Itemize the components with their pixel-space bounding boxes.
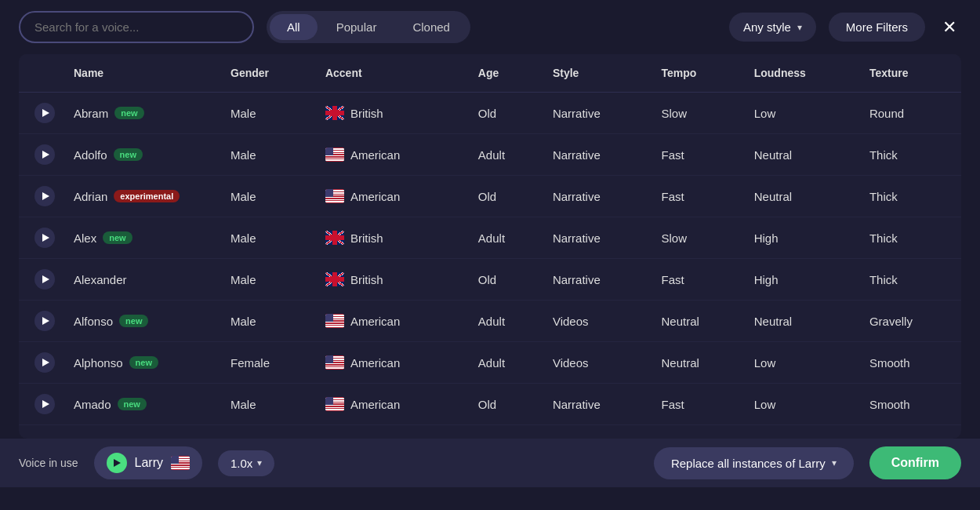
voice-name-text: Adolfo <box>74 148 107 162</box>
name-cell: Alexnew <box>64 217 221 259</box>
texture-cell: Thick <box>860 259 961 301</box>
accent-cell: British <box>316 93 469 134</box>
gender-cell: Male <box>221 301 316 342</box>
tempo-cell: Fast <box>652 134 745 176</box>
voice-name-text: Alfonso <box>74 315 113 328</box>
age-cell: Old <box>469 259 543 301</box>
texture-cell: Thick <box>860 134 961 176</box>
texture-cell: Smooth <box>860 384 961 425</box>
tab-all[interactable]: All <box>270 14 318 40</box>
style-cell: Narrative <box>543 93 652 134</box>
style-cell: Videos <box>543 301 652 342</box>
flag-icon <box>325 231 344 245</box>
flag-icon <box>325 106 344 120</box>
loudness-cell: Neutral <box>745 301 860 342</box>
voice-play-button[interactable] <box>107 453 127 473</box>
tempo-cell: Fast <box>652 259 745 301</box>
gender-cell: Male <box>221 259 316 301</box>
voice-name-text: Alexander <box>74 273 127 286</box>
col-style: Style <box>543 54 652 93</box>
accent-text: British <box>350 107 383 120</box>
tab-cloned[interactable]: Cloned <box>395 14 467 40</box>
play-cell <box>19 301 64 342</box>
table-row: AbramnewMaleBritishOldNarrativeSlowLowRo… <box>19 93 961 134</box>
play-button[interactable] <box>34 228 55 248</box>
bottom-bar: Voice in use Larry 1.0x ▾ Replace all in… <box>0 439 980 487</box>
play-button[interactable] <box>34 269 55 290</box>
search-input[interactable] <box>19 11 254 43</box>
play-cell <box>19 134 64 176</box>
age-cell: Old <box>469 176 543 217</box>
voice-name-text: Alex <box>74 231 96 245</box>
style-filter-button[interactable]: Any style ▾ <box>729 13 816 42</box>
texture-cell: Round <box>860 93 961 134</box>
flag-icon <box>325 397 344 411</box>
play-cell <box>19 93 64 134</box>
accent-cell: American <box>316 134 469 176</box>
age-cell: Adult <box>469 134 543 176</box>
table-header-row: Name Gender Accent Age Style Tempo Loudn… <box>19 54 961 93</box>
loudness-cell: Low <box>745 384 860 425</box>
voice-pill: Larry <box>94 446 202 479</box>
age-cell: Adult <box>469 301 543 342</box>
voice-badge: new <box>114 107 143 119</box>
col-tempo: Tempo <box>652 54 745 93</box>
voice-table: Name Gender Accent Age Style Tempo Loudn… <box>19 54 961 425</box>
voice-table-container: Name Gender Accent Age Style Tempo Loudn… <box>19 54 961 439</box>
table-row: AdrianexperimentalMaleAmericanOldNarrati… <box>19 176 961 217</box>
texture-cell: Smooth <box>860 342 961 384</box>
tempo-cell: Neutral <box>652 342 745 384</box>
tempo-cell: Slow <box>652 93 745 134</box>
style-cell: Narrative <box>543 259 652 301</box>
flag-icon <box>325 272 344 286</box>
gender-cell: Male <box>221 93 316 134</box>
play-cell <box>19 176 64 217</box>
loudness-cell: Neutral <box>745 134 860 176</box>
col-play <box>19 54 64 93</box>
accent-text: British <box>350 231 383 245</box>
style-cell: Narrative <box>543 176 652 217</box>
play-button[interactable] <box>34 311 55 331</box>
voice-badge: experimental <box>114 190 180 202</box>
texture-cell: Thick <box>860 217 961 259</box>
accent-cell: American <box>316 384 469 425</box>
col-accent: Accent <box>316 54 469 93</box>
play-button[interactable] <box>34 394 55 414</box>
speed-selector[interactable]: 1.0x ▾ <box>218 450 274 476</box>
loudness-cell: High <box>745 259 860 301</box>
gender-cell: Male <box>221 217 316 259</box>
texture-cell: Thick <box>860 176 961 217</box>
top-bar: All Popular Cloned Any style ▾ More Filt… <box>0 0 980 54</box>
table-row: AmadonewMaleAmericanOldNarrativeFastLowS… <box>19 384 961 425</box>
close-button[interactable]: ✕ <box>938 13 961 42</box>
col-loudness: Loudness <box>745 54 860 93</box>
confirm-button[interactable]: Confirm <box>869 446 961 479</box>
more-filters-button[interactable]: More Filters <box>829 13 925 42</box>
filter-tabs: All Popular Cloned <box>267 11 470 43</box>
name-cell: Alfonsonew <box>64 301 221 342</box>
replace-all-label: Replace all instances of Larry <box>671 457 826 470</box>
gender-cell: Female <box>221 342 316 384</box>
loudness-cell: High <box>745 217 860 259</box>
gender-cell: Male <box>221 134 316 176</box>
play-button[interactable] <box>34 352 55 373</box>
voice-name-text: Amado <box>74 398 111 411</box>
col-age: Age <box>469 54 543 93</box>
tempo-cell: Fast <box>652 384 745 425</box>
play-button[interactable] <box>34 144 55 165</box>
voice-badge: new <box>118 398 147 410</box>
accent-cell: American <box>316 301 469 342</box>
tempo-cell: Slow <box>652 217 745 259</box>
play-cell <box>19 259 64 301</box>
accent-cell: British <box>316 259 469 301</box>
replace-all-button[interactable]: Replace all instances of Larry ▾ <box>654 447 854 479</box>
age-cell: Old <box>469 93 543 134</box>
play-button[interactable] <box>34 103 55 123</box>
age-cell: Adult <box>469 342 543 384</box>
flag-icon <box>325 189 344 203</box>
tab-popular[interactable]: Popular <box>319 14 394 40</box>
style-filter-label: Any style <box>743 20 791 34</box>
play-button[interactable] <box>34 186 55 206</box>
col-texture: Texture <box>860 54 961 93</box>
name-cell: Abramnew <box>64 93 221 134</box>
